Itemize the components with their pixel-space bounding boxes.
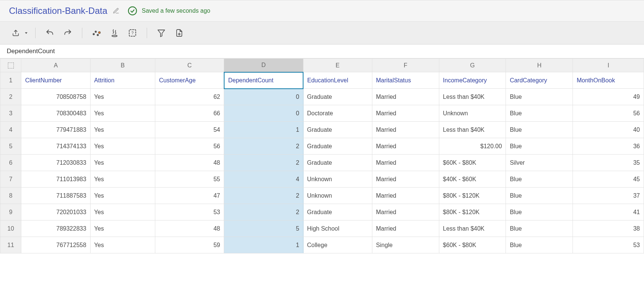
- cell[interactable]: 47: [155, 188, 224, 204]
- cell[interactable]: 48: [155, 220, 224, 237]
- name-box[interactable]: DependentCount: [7, 48, 55, 55]
- cell[interactable]: Blue: [506, 171, 573, 188]
- cell[interactable]: 2: [224, 204, 303, 220]
- cell[interactable]: 0: [224, 105, 303, 122]
- header-cell-IncomeCategory[interactable]: IncomeCategory: [439, 72, 506, 89]
- header-cell-CustomerAge[interactable]: CustomerAge: [155, 72, 224, 89]
- cell[interactable]: 720201033: [21, 204, 90, 220]
- cell[interactable]: 1: [224, 122, 303, 138]
- cell[interactable]: 53: [573, 237, 644, 253]
- add-column-button[interactable]: [170, 25, 188, 40]
- cell[interactable]: $40K - $60K: [439, 171, 506, 188]
- cell[interactable]: $80K - $120K: [439, 204, 506, 220]
- cell[interactable]: Yes: [90, 122, 155, 138]
- cell[interactable]: 2: [224, 188, 303, 204]
- cell[interactable]: 49: [573, 89, 644, 105]
- cell[interactable]: 38: [573, 220, 644, 237]
- cell[interactable]: Unknown: [303, 188, 372, 204]
- row-number[interactable]: 2: [0, 89, 21, 105]
- cell[interactable]: 35: [573, 155, 644, 171]
- spreadsheet-container[interactable]: ABCDEFGHI 1ClientNumberAttritionCustomer…: [0, 58, 644, 279]
- header-cell-MonthOnBook[interactable]: MonthOnBook: [573, 72, 644, 89]
- cell[interactable]: 711887583: [21, 188, 90, 204]
- row-number[interactable]: 9: [0, 204, 21, 220]
- cell[interactable]: Unknown: [439, 105, 506, 122]
- cell[interactable]: 62: [155, 89, 224, 105]
- cell[interactable]: Graduate: [303, 204, 372, 220]
- cell[interactable]: Married: [372, 204, 439, 220]
- header-cell-MaritalStatus[interactable]: MaritalStatus: [372, 72, 439, 89]
- header-cell-CardCategory[interactable]: CardCategory: [506, 72, 573, 89]
- row-number[interactable]: 4: [0, 122, 21, 138]
- cell[interactable]: 2: [224, 138, 303, 155]
- cell[interactable]: 2: [224, 155, 303, 171]
- cell[interactable]: 59: [155, 237, 224, 253]
- cell[interactable]: Married: [372, 155, 439, 171]
- cell[interactable]: 712030833: [21, 155, 90, 171]
- cell[interactable]: 708508758: [21, 89, 90, 105]
- column-header-G[interactable]: G: [439, 59, 506, 72]
- cell[interactable]: Yes: [90, 138, 155, 155]
- row-number[interactable]: 6: [0, 155, 21, 171]
- cell[interactable]: 1: [224, 237, 303, 253]
- cell[interactable]: Blue: [506, 138, 573, 155]
- cell[interactable]: 40: [573, 122, 644, 138]
- column-header-D[interactable]: D: [224, 59, 303, 72]
- document-title[interactable]: Classification-Bank-Data: [9, 6, 107, 16]
- cell[interactable]: High School: [303, 220, 372, 237]
- cell[interactable]: Yes: [90, 155, 155, 171]
- cell[interactable]: Yes: [90, 188, 155, 204]
- cell[interactable]: $80K - $120K: [439, 188, 506, 204]
- row-number[interactable]: 7: [0, 171, 21, 188]
- cell[interactable]: Silver: [506, 155, 573, 171]
- cell[interactable]: 711013983: [21, 171, 90, 188]
- cell[interactable]: 767712558: [21, 237, 90, 253]
- row-number[interactable]: 3: [0, 105, 21, 122]
- cell[interactable]: Graduate: [303, 122, 372, 138]
- cell[interactable]: 36: [573, 138, 644, 155]
- filter-button[interactable]: [152, 25, 170, 40]
- cell[interactable]: Blue: [506, 204, 573, 220]
- column-header-A[interactable]: A: [21, 59, 90, 72]
- cell[interactable]: Less than $40K: [439, 122, 506, 138]
- cell[interactable]: 54: [155, 122, 224, 138]
- cell[interactable]: Married: [372, 220, 439, 237]
- header-cell-ClientNumber[interactable]: ClientNumber: [21, 72, 90, 89]
- edit-title-icon[interactable]: [113, 7, 119, 14]
- cell[interactable]: Yes: [90, 105, 155, 122]
- cell[interactable]: Graduate: [303, 155, 372, 171]
- cell[interactable]: Yes: [90, 204, 155, 220]
- cell[interactable]: Married: [372, 138, 439, 155]
- cell[interactable]: 5: [224, 220, 303, 237]
- column-header-B[interactable]: B: [90, 59, 155, 72]
- cell[interactable]: 45: [573, 171, 644, 188]
- cell[interactable]: 4: [224, 171, 303, 188]
- cell[interactable]: Yes: [90, 220, 155, 237]
- cell[interactable]: Married: [372, 89, 439, 105]
- cell[interactable]: Less than $40K: [439, 220, 506, 237]
- row-number[interactable]: 10: [0, 220, 21, 237]
- cell[interactable]: Blue: [506, 89, 573, 105]
- row-number[interactable]: 1: [0, 72, 21, 89]
- cell[interactable]: Blue: [506, 237, 573, 253]
- cell[interactable]: Married: [372, 188, 439, 204]
- cell[interactable]: 708300483: [21, 105, 90, 122]
- cell[interactable]: Yes: [90, 171, 155, 188]
- cell[interactable]: Yes: [90, 237, 155, 253]
- cell[interactable]: 56: [155, 138, 224, 155]
- cell[interactable]: Blue: [506, 122, 573, 138]
- cell[interactable]: 37: [573, 188, 644, 204]
- redo-button[interactable]: [59, 25, 77, 40]
- cell[interactable]: Married: [372, 105, 439, 122]
- column-header-H[interactable]: H: [506, 59, 573, 72]
- column-header-E[interactable]: E: [303, 59, 372, 72]
- column-header-F[interactable]: F: [372, 59, 439, 72]
- cell[interactable]: $60K - $80K: [439, 237, 506, 253]
- cell[interactable]: 53: [155, 204, 224, 220]
- row-number[interactable]: 5: [0, 138, 21, 155]
- cell[interactable]: 779471883: [21, 122, 90, 138]
- cell[interactable]: Doctorate: [303, 105, 372, 122]
- cell[interactable]: Less than $40K: [439, 89, 506, 105]
- row-number[interactable]: 8: [0, 188, 21, 204]
- cell[interactable]: Graduate: [303, 138, 372, 155]
